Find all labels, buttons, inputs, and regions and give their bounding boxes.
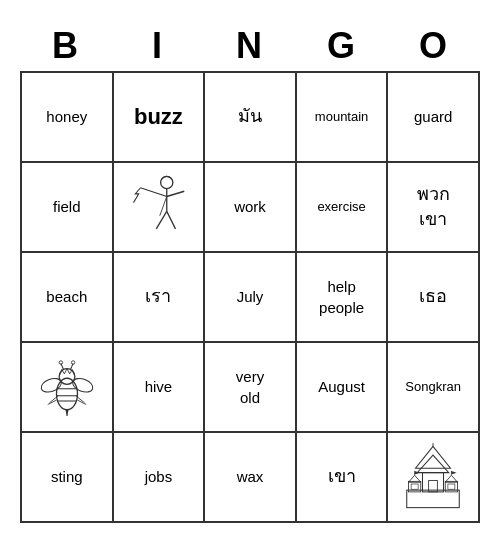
warrior-icon — [123, 172, 193, 242]
cell-1-2: work — [205, 163, 297, 253]
cell-2-1: เรา — [114, 253, 206, 343]
cell-1-1 — [114, 163, 206, 253]
cell-0-1: buzz — [114, 73, 206, 163]
temple-icon — [398, 442, 468, 512]
cell-4-4 — [388, 433, 480, 523]
svg-line-4 — [157, 211, 168, 229]
cell-2-2: July — [205, 253, 297, 343]
cell-3-4: Songkran — [388, 343, 480, 433]
bingo-grid: honey buzz มัน mountain guard field — [20, 71, 480, 523]
svg-point-7 — [56, 378, 77, 410]
svg-line-5 — [167, 211, 176, 229]
cell-4-3: เขา — [297, 433, 389, 523]
svg-line-2 — [141, 188, 167, 197]
svg-line-3 — [167, 191, 185, 196]
svg-rect-25 — [423, 473, 444, 492]
header-i: I — [112, 21, 204, 71]
svg-rect-35 — [448, 484, 455, 489]
cell-4-0: sting — [22, 433, 114, 523]
cell-1-0: field — [22, 163, 114, 253]
cell-3-3: August — [297, 343, 389, 433]
cell-2-3: help people — [297, 253, 389, 343]
bee-icon — [32, 352, 102, 422]
svg-marker-27 — [417, 455, 449, 473]
header-g: G — [296, 21, 388, 71]
cell-0-0: honey — [22, 73, 114, 163]
bingo-header: B I N G O — [20, 21, 480, 71]
cell-3-2: very old — [205, 343, 297, 433]
cell-4-2: wax — [205, 433, 297, 523]
svg-marker-39 — [452, 471, 457, 475]
cell-0-3: mountain — [297, 73, 389, 163]
cell-0-4: guard — [388, 73, 480, 163]
cell-2-4: เธอ — [388, 253, 480, 343]
header-n: N — [204, 21, 296, 71]
svg-marker-37 — [415, 471, 420, 475]
bingo-card: B I N G O honey buzz มัน mountain guard … — [10, 11, 490, 533]
svg-marker-19 — [65, 410, 69, 416]
cell-2-0: beach — [22, 253, 114, 343]
svg-rect-34 — [411, 484, 418, 489]
cell-1-4: พวก เขา — [388, 163, 480, 253]
cell-1-3: exercise — [297, 163, 389, 253]
svg-marker-26 — [416, 446, 451, 468]
header-b: B — [20, 21, 112, 71]
svg-rect-24 — [407, 490, 460, 508]
cell-4-1: jobs — [114, 433, 206, 523]
cell-3-1: hive — [114, 343, 206, 433]
cell-0-2: มัน — [205, 73, 297, 163]
header-o: O — [388, 21, 480, 71]
cell-3-0 — [22, 343, 114, 433]
